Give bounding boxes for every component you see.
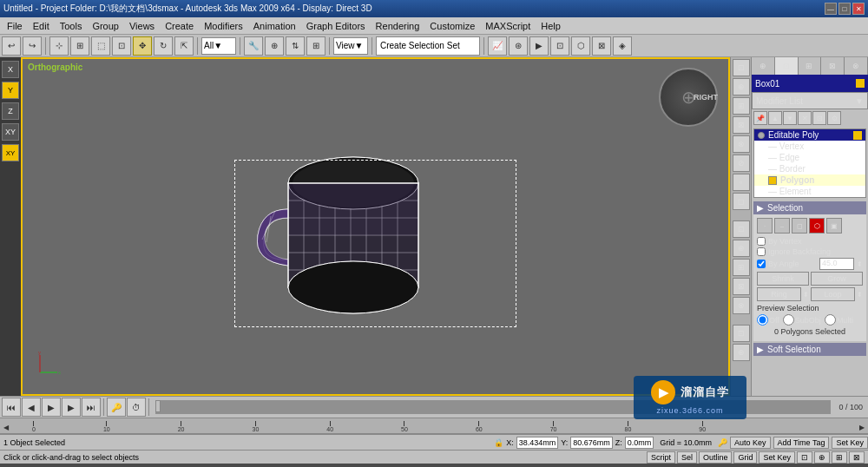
modifier-list-dropdown[interactable]: Modifier List ▼ [752,92,868,109]
del-mod-btn[interactable]: ✕ [798,111,812,125]
sel-vertex-icon[interactable]: · [757,218,773,234]
rt-btn-1[interactable]: ⊡ [733,59,750,76]
mod-polygon[interactable]: Polygon [754,174,865,186]
axis-z-btn[interactable]: Z [2,102,19,120]
snap2-btn[interactable]: ⊕ [265,36,284,56]
sel-polygon-icon[interactable]: ⬡ [809,218,825,234]
soft-selection-rollout-header[interactable]: ▶ Soft Selection [753,343,866,356]
rt-btn-8[interactable]: ◻ [733,193,750,210]
menu-animation[interactable]: Animation [248,19,301,33]
rt-btn-9[interactable]: ⊡ [733,220,750,238]
loop-spin[interactable]: ⬍ [857,291,863,299]
ring-spin[interactable]: ⬍ [803,291,809,299]
sel-element-icon[interactable]: ▣ [826,218,842,234]
rt-btn-2[interactable]: ⊕ [733,78,750,95]
grow-btn[interactable]: Grow [811,272,863,286]
key-mode-btn[interactable]: 🔑 [107,398,126,417]
layer-btn[interactable]: ⊛ [509,36,528,56]
cmd-tab-modify[interactable]: ⊡ [775,57,799,75]
rt-btn-6[interactable]: ⊘ [733,155,750,172]
rt-btn-14[interactable]: ⊡ [733,325,750,342]
anim-next-frame[interactable]: ▶ [62,398,81,417]
snap-btn[interactable]: 🔧 [244,36,263,56]
cmd-tab-create[interactable]: ⊕ [752,57,775,75]
menu-help[interactable]: Help [536,19,566,33]
axis-x-btn[interactable]: X [2,61,19,78]
menu-graph-editors[interactable]: Graph Editors [301,19,371,33]
nav-down-btn[interactable]: ▼ [783,111,797,125]
grid-btn[interactable]: Grid [733,451,757,464]
axis-xy2-btn[interactable]: XY [2,144,19,161]
align-btn[interactable]: ⊞ [306,36,326,56]
timeline-thumb[interactable] [155,400,161,412]
render2-btn[interactable]: ⊡ [550,36,569,56]
add-time-btn[interactable]: Add Time Tag [773,437,830,449]
rt-btn-5[interactable]: ⊗ [733,135,750,153]
rect-sel-btn[interactable]: ⬚ [91,36,110,56]
mod-element[interactable]: — Element [754,186,865,197]
by-vertex-check[interactable] [757,237,766,246]
extra-btn1[interactable]: ⊡ [797,451,812,464]
show-mod-btn[interactable]: ⊡ [812,111,826,125]
curve-btn[interactable]: 📈 [488,36,507,56]
by-angle-check[interactable] [757,260,766,268]
menu-maxscript[interactable]: MAXScript [480,19,536,33]
cmd-tab-display[interactable]: ⊗ [845,57,868,75]
object-name-field[interactable]: Box01 [752,75,868,92]
minimize-btn[interactable]: — [825,3,837,15]
close-btn[interactable]: ✕ [852,3,865,15]
frame-scroll-left[interactable]: ◀ [3,424,9,431]
cmd-tab-motion[interactable]: ⊠ [821,57,845,75]
x-coord-field[interactable]: 38.434mm [516,437,559,449]
scale-btn[interactable]: ⇱ [174,36,194,56]
mod-border[interactable]: — Border [754,163,865,174]
menu-file[interactable]: File [2,19,28,33]
menu-edit[interactable]: Edit [28,19,55,33]
nav-up-btn[interactable]: ▲ [768,111,782,125]
loop-btn[interactable]: Loop [811,287,855,301]
rotate-btn[interactable]: ↻ [154,36,173,56]
rt-btn-3[interactable]: ⊞ [733,97,750,115]
mod-vertex[interactable]: — Vertex [754,141,865,152]
anim-prev-btn[interactable]: ⏮ [2,398,21,417]
render3-btn[interactable]: ⊠ [592,36,611,56]
cmd-tab-hierarchy[interactable]: ⊞ [799,57,822,75]
menu-views[interactable]: Views [124,19,160,33]
sel-edge-icon[interactable]: – [774,218,790,234]
select-obj-btn[interactable]: ⊹ [49,36,69,56]
shrink-btn[interactable]: Shrink [757,272,809,286]
menu-rendering[interactable]: Rendering [371,19,425,33]
y-coord-field[interactable]: 80.676mm [570,437,613,449]
axis-xy-btn[interactable]: XY [2,123,19,141]
preview-subobj-radio[interactable] [783,314,794,326]
ignore-bf-check[interactable] [757,247,766,256]
ring-btn[interactable]: Ring [757,287,801,301]
auto-key-btn[interactable]: Auto Key [730,437,771,449]
view-dropdown[interactable]: View ▼ [333,37,368,55]
rt-btn-15[interactable]: ⊕ [733,344,750,361]
z-coord-field[interactable]: 0.0mm [625,437,654,449]
frame-scroll-right[interactable]: ▶ [859,424,865,431]
preview-multi-radio[interactable] [825,314,836,326]
rt-btn-12[interactable]: ⊠ [733,278,750,295]
viewport-sel-btn[interactable]: Sel [677,451,697,464]
undo-btn[interactable]: ↩ [2,36,21,56]
rt-btn-10[interactable]: ⊕ [733,240,750,257]
preview-off-radio[interactable] [757,314,768,326]
mod-editable-poly[interactable]: Editable Poly [754,129,865,141]
viewport[interactable]: Orthographic ⊕ RIGHT [21,57,730,396]
rt-btn-7[interactable]: ▫ [733,174,750,191]
sel-btn[interactable]: ⊡ [112,36,131,56]
nav-cube[interactable]: ⊕ RIGHT [659,68,720,128]
filter-dropdown[interactable]: All ▼ [201,37,236,55]
move-btn[interactable]: ✥ [133,36,152,56]
anim-prev-frame[interactable]: ◀ [22,398,41,417]
extra-btn3[interactable]: ⊞ [832,451,847,464]
redo-btn[interactable]: ↪ [23,36,42,56]
time-config-btn[interactable]: ⏱ [127,398,146,417]
anim-play-btn[interactable]: ▶ [42,398,61,417]
mod-config-btn[interactable]: ⚙ [827,111,841,125]
maximize-btn[interactable]: □ [838,3,851,15]
mat-btn[interactable]: ⬡ [571,36,590,56]
menu-customize[interactable]: Customize [424,19,480,33]
